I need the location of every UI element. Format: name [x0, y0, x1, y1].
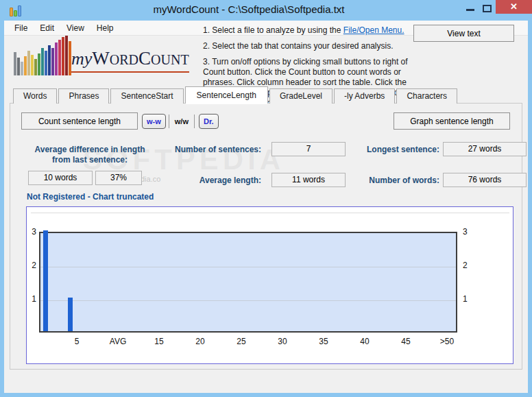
- x-axis-label-25: 25: [237, 337, 245, 346]
- x-axis-label-15: 15: [154, 337, 163, 346]
- longest-sentence-value: 27 words: [443, 142, 527, 156]
- separator: [169, 115, 169, 128]
- client-area: FileEditViewHelp myWORDCOUNT 1. Select a…: [4, 21, 528, 393]
- ww-label: w/w: [175, 117, 189, 125]
- avg-diff-words-value: 10 words: [28, 171, 93, 185]
- menu-help[interactable]: Help: [90, 21, 120, 36]
- pencil-logo-icon: [14, 36, 77, 75]
- chart-bar-x4: [68, 298, 73, 331]
- ww-toggle-button[interactable]: w-w: [142, 114, 166, 129]
- close-icon[interactable]: ✕: [496, 0, 532, 14]
- graph-sentence-length-button[interactable]: Graph sentence length: [394, 112, 510, 130]
- logo-my: my: [71, 49, 92, 69]
- gridline-y1: [40, 300, 456, 301]
- file-open-menu-link[interactable]: File/Open Menu.: [343, 25, 404, 35]
- count-sentence-length-button[interactable]: Count sentence length: [21, 112, 138, 130]
- toolbar: Count sentence length w-w w/w Dr. Graph …: [21, 112, 510, 130]
- not-registered-notice: Not Registered - Chart truncated: [27, 192, 154, 202]
- chart-plot-area: [39, 232, 457, 333]
- tab-phrases[interactable]: Phrases: [58, 88, 109, 104]
- logo-c: C: [138, 48, 151, 69]
- tab--ly-adverbs[interactable]: -ly Adverbs: [334, 88, 395, 104]
- view-text-button[interactable]: View text: [413, 25, 514, 42]
- menu-edit[interactable]: Edit: [34, 21, 60, 36]
- tab-gradelevel[interactable]: GradeLevel: [269, 88, 332, 104]
- number-of-words-label: Number of words:: [302, 176, 439, 185]
- y-axis-label-left-3: 3: [27, 227, 36, 237]
- app-logo: myWORDCOUNT: [71, 48, 189, 73]
- x-axis-label-5: 5: [75, 337, 80, 346]
- tab-words[interactable]: Words: [13, 88, 57, 104]
- instruction-1: 1. Select a file to analyze by using the…: [203, 25, 413, 36]
- tab-strip: WordsPhrasesSentenceStartSentenceLengthG…: [13, 86, 459, 104]
- y-axis-label-right-2: 2: [463, 261, 478, 270]
- x-axis-label-30: 30: [278, 337, 287, 346]
- x-axis-label-45: 45: [401, 337, 410, 346]
- sentences-label: Number of sentences:: [124, 145, 261, 154]
- logo-ord: ORD: [110, 52, 138, 67]
- window-title: myWordCount - C:\Softpedia\Softpedia.txt: [41, 3, 457, 15]
- minimize-icon[interactable]: [466, 9, 474, 11]
- x-axis-label-35: 35: [319, 337, 328, 346]
- instruction-2: 2. Select the tab that contains your des…: [203, 41, 413, 51]
- sentence-length-chart: 1122335AVG15202530354045>50: [26, 206, 513, 364]
- avg-diff-label-line2: from last sentence:: [24, 155, 156, 165]
- app-window: myWordCount - C:\Softpedia\Softpedia.txt…: [0, 0, 532, 397]
- y-axis-label-right-3: 3: [463, 227, 478, 237]
- dr-toggle-button[interactable]: Dr.: [199, 114, 219, 129]
- number-of-words-value: 76 words: [443, 173, 527, 187]
- tab-sentencestart[interactable]: SentenceStart: [110, 88, 183, 104]
- longest-sentence-label: Longest sentence:: [302, 145, 439, 154]
- gridline-y2: [40, 267, 456, 267]
- x-axis-label-AVG: AVG: [110, 337, 126, 346]
- logo-w: W: [92, 48, 109, 69]
- chart-divider: [31, 213, 509, 213]
- sentence-length-tab-page: Count sentence length w-w w/w Dr. Graph …: [10, 103, 522, 370]
- chart-bar-x1: [43, 230, 48, 331]
- separator: [194, 115, 195, 128]
- menu-file[interactable]: File: [8, 21, 34, 36]
- menu-view[interactable]: View: [60, 21, 90, 36]
- logo-ount: OUNT: [151, 52, 189, 67]
- x-axis-label-gt50: >50: [440, 337, 454, 346]
- maximize-icon[interactable]: [483, 5, 492, 12]
- avg-length-label: Average length:: [124, 176, 261, 185]
- y-axis-label-right-1: 1: [463, 294, 478, 304]
- y-axis-label-left-1: 1: [27, 294, 36, 304]
- tab-sentencelength[interactable]: SentenceLength: [185, 86, 268, 104]
- bar-chart-app-icon: [10, 5, 23, 16]
- tab-characters[interactable]: Characters: [396, 88, 457, 104]
- x-axis-label-20: 20: [195, 337, 204, 346]
- y-axis-label-left-2: 2: [27, 261, 36, 270]
- x-axis-label-40: 40: [360, 337, 369, 346]
- titlebar[interactable]: myWordCount - C:\Softpedia\Softpedia.txt…: [0, 0, 532, 21]
